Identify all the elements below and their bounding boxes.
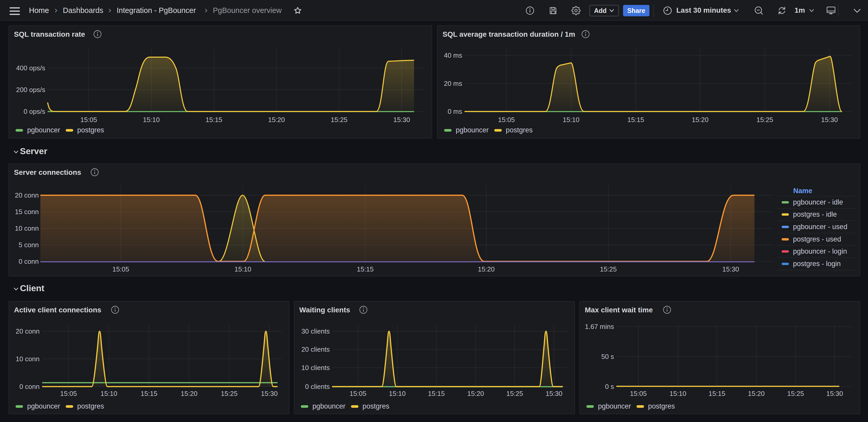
svg-text:15:25: 15:25 [506, 390, 523, 397]
svg-text:15:20: 15:20 [478, 265, 495, 273]
svg-text:0 conn: 0 conn [20, 383, 39, 390]
svg-text:1.67 mins: 1.67 mins [585, 323, 614, 330]
svg-text:15:25: 15:25 [600, 265, 617, 273]
svg-text:5 conn: 5 conn [19, 241, 39, 249]
svg-text:0 conn: 0 conn [19, 258, 39, 265]
svg-text:15:20: 15:20 [692, 116, 708, 124]
svg-text:15:30: 15:30 [821, 116, 838, 124]
svg-text:15:15: 15:15 [627, 116, 644, 124]
svg-text:200 ops/s: 200 ops/s [16, 86, 45, 94]
svg-text:15:20: 15:20 [467, 390, 484, 397]
svg-text:15:25: 15:25 [787, 390, 804, 397]
svg-text:15:10: 15:10 [143, 116, 160, 124]
svg-text:20 ms: 20 ms [444, 79, 462, 88]
svg-text:15:30: 15:30 [393, 116, 410, 124]
svg-text:15:30: 15:30 [546, 390, 562, 397]
svg-text:15:05: 15:05 [80, 116, 97, 124]
svg-text:15:25: 15:25 [331, 116, 347, 124]
svg-text:10 conn: 10 conn [16, 355, 39, 363]
svg-text:15:15: 15:15 [356, 265, 373, 273]
svg-text:400 ops/s: 400 ops/s [16, 64, 45, 72]
svg-text:0 ops/s: 0 ops/s [24, 107, 45, 115]
svg-text:15 conn: 15 conn [15, 208, 39, 216]
svg-text:20 clients: 20 clients [301, 346, 330, 353]
svg-text:50 s: 50 s [601, 353, 614, 360]
svg-text:15:30: 15:30 [826, 390, 843, 397]
svg-text:15:10: 15:10 [389, 390, 406, 397]
svg-text:15:10: 15:10 [562, 116, 579, 124]
svg-text:0 ms: 0 ms [448, 107, 462, 115]
svg-text:15:05: 15:05 [60, 390, 77, 397]
svg-text:10 clients: 10 clients [301, 364, 330, 371]
svg-text:10 conn: 10 conn [15, 224, 39, 232]
svg-text:15:05: 15:05 [349, 390, 366, 397]
svg-text:15:15: 15:15 [141, 390, 157, 397]
svg-text:30 clients: 30 clients [301, 327, 330, 335]
svg-text:15:15: 15:15 [205, 116, 222, 124]
svg-text:15:10: 15:10 [100, 390, 117, 397]
svg-text:15:20: 15:20 [181, 390, 197, 397]
svg-text:40 ms: 40 ms [444, 52, 462, 59]
svg-text:15:05: 15:05 [498, 116, 515, 124]
svg-text:15:05: 15:05 [630, 390, 647, 397]
svg-text:15:30: 15:30 [722, 265, 739, 273]
svg-text:15:15: 15:15 [428, 390, 444, 397]
svg-text:15:10: 15:10 [234, 265, 251, 273]
svg-text:0 s: 0 s [605, 383, 614, 390]
svg-text:15:20: 15:20 [748, 390, 765, 397]
svg-text:15:05: 15:05 [112, 265, 129, 273]
svg-text:15:30: 15:30 [261, 390, 278, 397]
svg-text:20 conn: 20 conn [16, 327, 39, 335]
svg-text:15:25: 15:25 [756, 116, 773, 124]
svg-text:15:15: 15:15 [708, 390, 725, 397]
svg-text:15:10: 15:10 [669, 390, 686, 397]
svg-text:20 conn: 20 conn [15, 191, 39, 199]
svg-text:15:25: 15:25 [221, 390, 238, 397]
svg-text:15:20: 15:20 [268, 116, 285, 124]
svg-text:0 clients: 0 clients [305, 383, 330, 390]
